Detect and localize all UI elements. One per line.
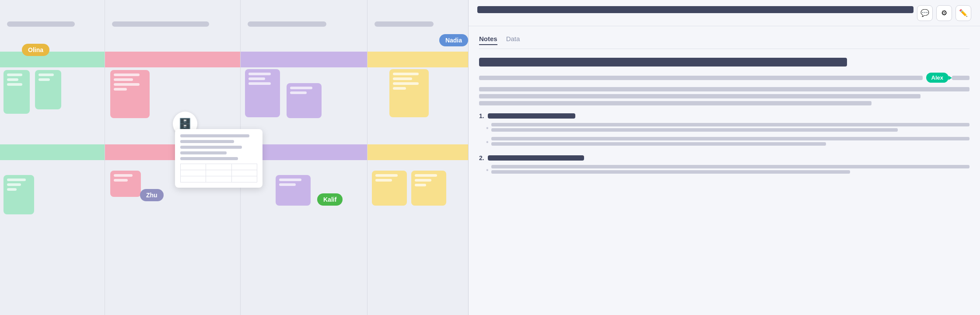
col-4-header-bar xyxy=(374,21,434,27)
notes-title-bar xyxy=(479,58,847,66)
col-3-row1 xyxy=(241,48,367,136)
notes-gray-bar-2 xyxy=(479,94,920,98)
notes-section-1-header: 1. xyxy=(479,112,970,119)
notes-section-2-bar xyxy=(488,155,584,161)
panel-content: Notes Data Alex 1. • xyxy=(469,26,980,191)
notes-section-2-num: 2. xyxy=(479,154,484,161)
col-4-row1: Nadia xyxy=(368,48,468,136)
popup-line-3 xyxy=(180,146,242,149)
settings-icon-button[interactable]: ⚙ xyxy=(936,5,952,21)
bullet-1: • xyxy=(486,123,970,133)
user-bubble-zhu-label: Zhu xyxy=(146,192,158,199)
user-bubble-kalif-label: Kalif xyxy=(323,196,336,203)
col-4-row2 xyxy=(368,144,468,166)
col-3-header-bar xyxy=(248,21,326,27)
card-green-1 xyxy=(4,70,30,114)
bullet-2-line-1 xyxy=(491,137,970,140)
col-4-strip-yellow xyxy=(368,52,468,67)
bullet-2-line-2 xyxy=(491,142,826,146)
column-1: Olina xyxy=(0,0,105,315)
card-pink-2 xyxy=(110,171,141,197)
bullet-3-line-2 xyxy=(491,170,850,174)
popup-table xyxy=(180,164,257,182)
notes-section-2: 2. • xyxy=(479,154,970,175)
bullet-dot-2: • xyxy=(486,138,489,146)
card-purple-3 xyxy=(276,175,311,206)
card-yellow-3 xyxy=(411,171,446,206)
alex-label: Alex xyxy=(931,74,943,81)
inline-user-row: Alex xyxy=(479,73,970,83)
panel-tabs: Notes Data xyxy=(479,35,970,49)
inline-gray-bar-1 xyxy=(479,76,923,80)
popup-line-2 xyxy=(180,140,234,143)
panel-header-title-bar xyxy=(477,6,914,13)
col-3-strip-purple xyxy=(241,52,367,67)
col-1-row1 xyxy=(0,48,105,136)
tab-notes[interactable]: Notes xyxy=(479,35,497,45)
bullet-dot-1: • xyxy=(486,124,489,132)
popup-card xyxy=(175,129,262,188)
bullet-1-line-2 xyxy=(491,128,898,132)
col-4-strip-yellow-2 xyxy=(368,144,468,160)
notes-gray-bar-3 xyxy=(479,101,872,105)
col-3-header: Peter xyxy=(241,0,367,48)
card-purple-2 xyxy=(287,83,322,118)
comment-icon-button[interactable]: 💬 xyxy=(917,5,933,21)
bullet-1-line-1 xyxy=(491,123,970,126)
col-2-row1: 🗄️ xyxy=(105,48,240,136)
notes-section-1: 1. • • xyxy=(479,112,970,147)
notes-gray-bar-1 xyxy=(479,87,970,91)
bullet-2: • xyxy=(486,137,970,147)
user-bubble-zhu: Zhu xyxy=(140,189,164,201)
user-bubble-kalif: Kalif xyxy=(317,193,343,206)
user-bubble-nadia: Nadia xyxy=(439,34,468,46)
notes-section-1-num: 1. xyxy=(479,112,484,119)
right-panel: 💬 ⚙ ✏️ Notes Data Alex 1. xyxy=(468,0,980,315)
card-green-2 xyxy=(35,70,61,109)
notes-section-1-bar xyxy=(488,113,575,119)
panel-header: 💬 ⚙ ✏️ xyxy=(469,0,980,26)
col-1-row2 xyxy=(0,144,105,166)
grid: Olina xyxy=(0,0,468,315)
notes-section-2-header: 2. xyxy=(479,154,970,161)
user-bubble-olina: Olina xyxy=(22,44,49,56)
bullet-3: • xyxy=(486,165,970,175)
col-2-strip-pink xyxy=(105,52,240,67)
user-bubble-alex: Alex xyxy=(926,73,948,83)
bullet-dot-3: • xyxy=(486,166,489,174)
canvas-area: Olina xyxy=(0,0,468,315)
tab-data[interactable]: Data xyxy=(506,35,520,45)
col-1-strip-green xyxy=(0,52,105,67)
col-1-strip-green-2 xyxy=(0,144,105,160)
user-bubble-olina-label: Olina xyxy=(28,46,43,53)
col-2-header xyxy=(105,0,240,48)
popup-line-4 xyxy=(180,151,227,154)
card-green-3 xyxy=(4,175,34,214)
popup-line-5 xyxy=(180,157,238,160)
card-pink-1 xyxy=(110,70,150,118)
card-yellow-2 xyxy=(372,171,407,206)
inline-gray-bar-2 xyxy=(952,76,970,80)
popup-line-1 xyxy=(180,134,249,137)
col-2-header-bar xyxy=(112,21,209,27)
bullet-3-line-1 xyxy=(491,165,970,168)
card-yellow-1 xyxy=(389,69,429,117)
user-bubble-nadia-label: Nadia xyxy=(445,37,462,44)
col-1-header-bar xyxy=(7,21,75,27)
column-4: Nadia xyxy=(368,0,468,315)
col-1-header: Olina xyxy=(0,0,105,48)
column-2: 🗄️ Zhu xyxy=(105,0,241,315)
edit-icon-button[interactable]: ✏️ xyxy=(956,5,971,21)
card-purple-1 xyxy=(245,69,280,117)
